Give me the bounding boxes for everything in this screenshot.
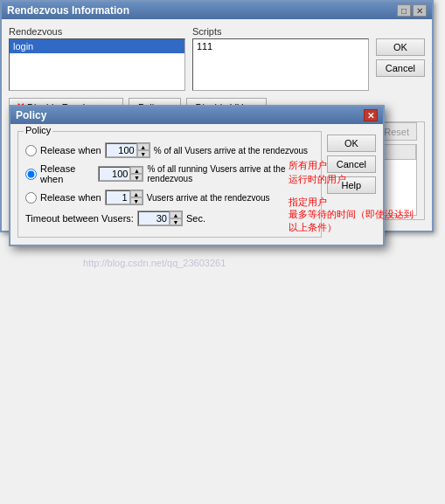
policy-row-timeout: Timeout between Vusers: 30 ▲ ▼ Sec. (25, 211, 314, 226)
spin-down-3[interactable]: ▼ (130, 197, 143, 204)
policy-group: Policy Release when 100 ▲ ▼ % of all Vus… (17, 131, 322, 238)
rendezvous-label: Rendezvous (9, 26, 185, 37)
policy-value-2[interactable]: 100 (99, 167, 130, 181)
cancel-button[interactable]: Cancel (376, 59, 425, 77)
policy-radio-2[interactable] (25, 169, 37, 180)
policy-ok-button[interactable]: OK (327, 135, 376, 152)
policy-row3-label-after: Vusers arrive at the rendezvous (147, 193, 270, 203)
spin-up-1[interactable]: ▲ (137, 143, 149, 150)
rendezvous-item[interactable]: login (10, 39, 184, 53)
policy-help-button[interactable]: Help (327, 176, 376, 194)
policy-row-3: Release when 1 ▲ ▼ Vusers arrive at the … (25, 190, 314, 205)
rendezvous-section: Rendezvous login (9, 26, 185, 91)
rendezvous-listbox[interactable]: login (9, 38, 185, 91)
main-title-bar: Rendezvous Information □ ✕ (2, 2, 432, 19)
policy-side-buttons: OK Cancel Help (327, 131, 376, 238)
policy-row-1: Release when 100 ▲ ▼ % of all Vusers arr… (25, 142, 314, 158)
maximize-button[interactable]: □ (397, 4, 411, 17)
spin-up-3[interactable]: ▲ (130, 190, 143, 197)
policy-close-button[interactable]: ✕ (364, 109, 378, 121)
reset-label: Reset (384, 127, 409, 137)
policy-value-3[interactable]: 1 (106, 190, 130, 204)
spin-up-timeout[interactable]: ▲ (170, 211, 182, 218)
policy-dialog: Policy ✕ Policy Release when 100 ▲ ▼ % o… (9, 105, 385, 246)
policy-cancel-button[interactable]: Cancel (327, 155, 376, 173)
policy-row1-label-before: Release when (40, 145, 101, 155)
policy-value-1[interactable]: 100 (106, 143, 137, 157)
spin-down-2[interactable]: ▼ (130, 174, 143, 181)
policy-value-timeout[interactable]: 30 (138, 211, 170, 225)
policy-row3-label-before: Release when (40, 192, 101, 203)
spinner-arrows-1: ▲ ▼ (137, 143, 149, 157)
policy-content: Policy Release when 100 ▲ ▼ % of all Vus… (10, 124, 383, 245)
timeout-label: Timeout between Vusers: (25, 213, 134, 224)
policy-title-bar: Policy ✕ (10, 107, 383, 124)
scripts-item[interactable]: 111 (193, 39, 368, 53)
policy-row1-label-after: % of all Vusers arrive at the rendezvous (154, 146, 308, 155)
scripts-label: Scripts (192, 26, 369, 37)
policy-spinner-2[interactable]: 100 ▲ ▼ (98, 166, 143, 182)
spinner-arrows-3: ▲ ▼ (130, 190, 143, 204)
policy-spinner-1[interactable]: 100 ▲ ▼ (105, 142, 150, 158)
policy-row2-label-after: % of all running Vusers arrive at the re… (147, 164, 313, 183)
timeout-sec-label: Sec. (186, 213, 205, 224)
policy-group-title: Policy (24, 125, 52, 135)
main-side-buttons: OK Cancel (376, 26, 425, 91)
spinner-arrows-2: ▲ ▼ (130, 167, 143, 181)
policy-radio-1[interactable] (25, 145, 37, 156)
policy-row-2: Release when 100 ▲ ▼ % of all running Vu… (25, 163, 314, 184)
section-row: Rendezvous login Scripts 111 OK Cancel (9, 26, 425, 91)
spin-up-2[interactable]: ▲ (130, 167, 143, 174)
policy-radio-3[interactable] (25, 192, 37, 204)
title-bar-buttons: □ ✕ (397, 4, 427, 17)
main-window-title: Rendezvous Information (7, 4, 129, 17)
scripts-listbox[interactable]: 111 (192, 38, 369, 91)
watermark: http://blog.csdn.net/qq_23603261 (83, 258, 226, 268)
spinner-arrows-timeout: ▲ ▼ (170, 211, 182, 225)
policy-dialog-title: Policy (16, 109, 46, 121)
ok-button[interactable]: OK (376, 38, 425, 56)
spin-down-timeout[interactable]: ▼ (170, 218, 182, 225)
policy-spinner-timeout[interactable]: 30 ▲ ▼ (137, 211, 183, 226)
close-button[interactable]: ✕ (413, 4, 427, 17)
policy-spinner-3[interactable]: 1 ▲ ▼ (105, 190, 143, 205)
spin-down-1[interactable]: ▼ (137, 150, 149, 157)
scripts-section: Scripts 111 (192, 26, 369, 91)
policy-row2-label-before: Release when (40, 163, 94, 184)
